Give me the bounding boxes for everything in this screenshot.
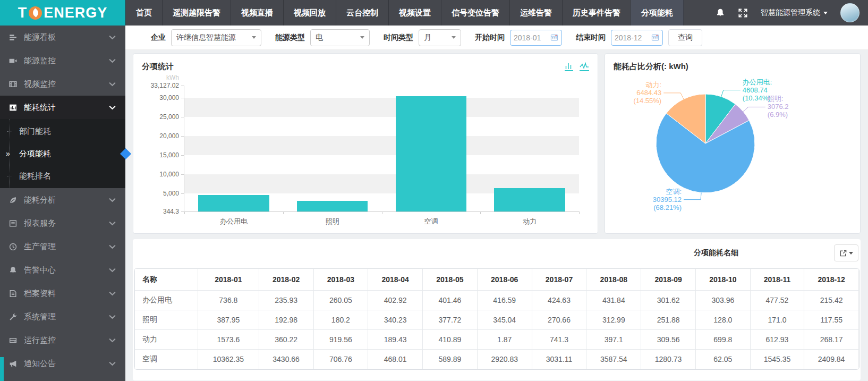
y-axis-tick-label: 15,000 (135, 151, 179, 159)
fullscreen-icon[interactable] (738, 8, 748, 18)
value-cell: 377.72 (423, 310, 478, 330)
sidebar-item-6[interactable]: 生产管理 (0, 235, 125, 258)
table-column-header: 2018-12 (804, 269, 859, 291)
system-name: 智慧能源管理系统 (761, 8, 820, 18)
value-cell: 10362.35 (198, 350, 259, 369)
sidebar-subitem-3-2[interactable]: 能耗排名 (0, 165, 125, 187)
sidebar: 能源看板能源监控视频监控能耗统计部门能耗»分项能耗能耗排名能耗分析报表服务生产管… (0, 26, 125, 381)
chevron-down-icon (108, 103, 117, 112)
chevron-down-icon (452, 36, 456, 39)
camera-icon (8, 56, 18, 65)
sidebar-item-9[interactable]: 系统管理 (0, 305, 125, 328)
nav-item-6[interactable]: 信号变位告警 (441, 0, 509, 26)
value-cell: 189.43 (368, 330, 423, 350)
value-cell: 919.56 (313, 330, 368, 350)
end-date-input[interactable]: 2018-12 (611, 30, 663, 46)
sidebar-subitem-3-1[interactable]: »分项能耗 (0, 142, 125, 165)
bar-chart-toggle-icon[interactable] (565, 62, 573, 71)
sidebar-item-0[interactable]: 能源看板 (0, 26, 125, 49)
nav-item-8[interactable]: 历史事件告警 (562, 0, 631, 26)
enterprise-select[interactable]: 许继信息智慧能源 (171, 29, 261, 46)
clock-icon (8, 242, 18, 251)
line-chart-toggle-icon[interactable] (580, 62, 589, 71)
sidebar-sublist: 部门能耗»分项能耗能耗排名 (0, 119, 125, 188)
table-column-header: 2018-07 (532, 269, 586, 291)
table-row-3: 空调10362.353430.66706.76468.01589.892920.… (135, 350, 859, 369)
nav-item-1[interactable]: 遥测越限告警 (162, 0, 231, 26)
table-column-header: 2018-03 (313, 269, 368, 291)
bell-icon[interactable] (716, 7, 725, 18)
sidebar-scrollbar[interactable] (0, 357, 4, 381)
y-axis-tick (181, 86, 184, 86)
table-column-header: 2018-02 (259, 269, 313, 291)
nav-item-9[interactable]: 分项能耗 (631, 0, 684, 26)
logo: T ENERGY (0, 0, 125, 26)
nav-item-5[interactable]: 视频设置 (388, 0, 441, 26)
sidebar-item-1[interactable]: 能源监控 (0, 49, 125, 72)
nav-item-2[interactable]: 视频直播 (231, 0, 283, 26)
sidebar-item-8[interactable]: 档案资料 (0, 282, 125, 305)
sidebar-item-11[interactable]: 通知公告 (0, 352, 125, 375)
sidebar-item-2[interactable]: 视频监控 (0, 72, 125, 96)
y-axis-tick (181, 117, 184, 117)
sidebar-item-10[interactable]: 运行监控 (0, 328, 125, 352)
enterprise-value: 许继信息智慧能源 (176, 33, 236, 43)
bar-chart-panel-header: 分项统计 (133, 54, 598, 73)
nav-item-0[interactable]: 首页 (125, 0, 162, 26)
sidebar-item-label: 系统管理 (24, 312, 56, 322)
pie-chart-title: 能耗占比分析(: kWh) (614, 62, 688, 72)
grid-band (184, 86, 579, 98)
table-column-header: 2018-06 (477, 269, 532, 291)
value-cell: 270.66 (532, 310, 586, 330)
sidebar-item-3[interactable]: 能耗统计 (0, 96, 125, 119)
start-date-value: 2018-01 (514, 33, 541, 42)
server-icon (8, 336, 18, 345)
value-cell: 235.93 (259, 291, 313, 310)
wrench-icon (8, 312, 18, 321)
end-time-label: 结束时间 (576, 33, 606, 43)
table-column-header: 2018-08 (586, 269, 641, 291)
time-type-select[interactable]: 月 (419, 29, 461, 46)
row-name-cell: 办公用电 (135, 291, 198, 310)
sidebar-item-label: 生产管理 (24, 242, 56, 252)
chevron-down-icon (108, 289, 117, 298)
table-column-header: 2018-05 (423, 269, 478, 291)
system-name-menu[interactable]: 智慧能源管理系统 (761, 8, 828, 18)
leaf-icon (8, 196, 18, 205)
sidebar-item-4[interactable]: 能耗分析 (0, 188, 125, 211)
energy-type-select[interactable]: 电 (310, 29, 370, 46)
grid-band (184, 117, 579, 136)
y-axis-tick-label: 33,127.02 (135, 82, 179, 89)
nav-item-7[interactable]: 运维告警 (509, 0, 562, 26)
table-row-1: 照明387.95192.98180.2340.23377.72345.04270… (135, 310, 859, 330)
nav-item-4[interactable]: 云台控制 (336, 0, 388, 26)
value-cell: 215.42 (804, 291, 859, 310)
value-cell: 477.52 (750, 291, 804, 310)
avatar[interactable] (840, 3, 860, 22)
query-button[interactable]: 查询 (668, 29, 702, 46)
value-cell: 468.01 (368, 350, 423, 369)
grid-band (184, 136, 579, 155)
bar-3 (494, 188, 565, 211)
value-cell: 424.63 (532, 291, 586, 310)
export-button[interactable] (834, 244, 858, 261)
value-cell: 345.04 (477, 310, 532, 330)
table-header-row: 名称2018-012018-022018-032018-042018-05201… (135, 269, 859, 291)
chevron-down-icon (108, 266, 117, 275)
y-axis-tick-label: 25,000 (135, 113, 179, 121)
sidebar-item-label: 能耗统计 (24, 103, 56, 113)
chevron-down-icon (108, 33, 117, 42)
sidebar-subitem-3-0[interactable]: 部门能耗 (0, 120, 125, 142)
grid-band (184, 155, 579, 174)
pie-label-3: 动力: (646, 81, 662, 89)
y-axis-tick (181, 98, 184, 98)
sidebar-item-5[interactable]: 报表服务 (0, 211, 125, 235)
chevron-down-icon (108, 242, 117, 251)
nav-item-3[interactable]: 视频回放 (283, 0, 336, 26)
start-date-input[interactable]: 2018-01 (510, 30, 562, 46)
table-row-2: 动力1573.6360.22919.56189.43410.891.87741.… (135, 330, 859, 350)
value-cell: 1573.6 (198, 330, 259, 350)
chevron-down-icon (108, 359, 117, 368)
sidebar-item-7[interactable]: 告警中心 (0, 258, 125, 282)
time-type-label: 时间类型 (384, 33, 413, 43)
